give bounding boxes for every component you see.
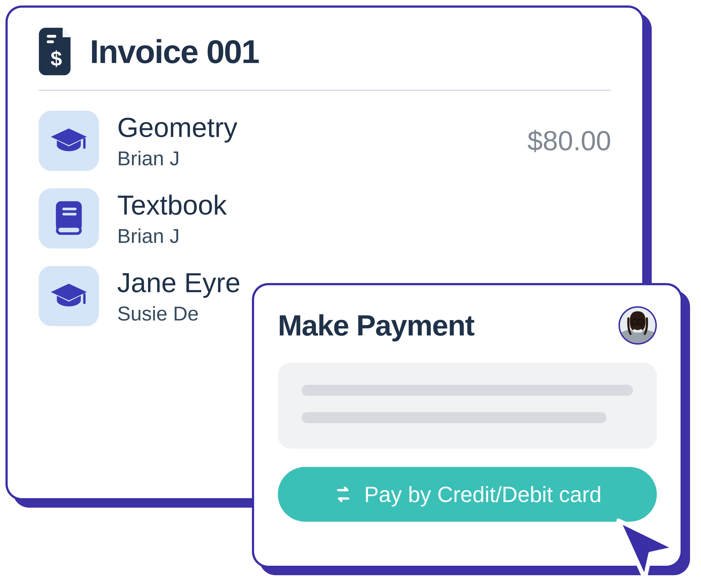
payment-card: Make Payment: [252, 283, 683, 568]
payment-header: Make Payment: [278, 306, 657, 345]
invoice-document-icon: $: [39, 28, 77, 75]
invoice-title: Invoice 001: [90, 33, 259, 70]
svg-rect-0: [47, 35, 56, 38]
swap-icon: [333, 484, 353, 505]
payment-input-box[interactable]: [278, 363, 657, 449]
item-name: Geometry: [117, 112, 509, 143]
graduation-cap-icon: [50, 126, 88, 156]
svg-rect-6: [58, 228, 79, 232]
payment-title: Make Payment: [278, 309, 474, 342]
item-icon-box: [39, 188, 99, 248]
input-placeholder-line: [301, 412, 607, 423]
line-item: Geometry Brian J $80.00: [39, 111, 611, 171]
item-name: Textbook: [117, 189, 611, 221]
svg-rect-3: [83, 138, 85, 149]
book-icon: [53, 200, 84, 237]
item-icon-box: [39, 111, 99, 171]
item-sub: Brian J: [117, 147, 509, 170]
line-item: Textbook Brian J: [39, 188, 611, 248]
svg-rect-7: [62, 208, 77, 210]
item-sub: Brian J: [117, 224, 611, 247]
svg-rect-9: [83, 293, 85, 304]
graduation-cap-icon: [50, 281, 88, 311]
avatar[interactable]: [619, 306, 657, 345]
input-placeholder-line: [301, 385, 633, 396]
item-price: $80.00: [527, 125, 611, 157]
svg-rect-1: [47, 40, 54, 43]
svg-text:$: $: [50, 47, 62, 70]
item-icon-box: [39, 266, 99, 326]
pay-button-label: Pay by Credit/Debit card: [364, 482, 602, 507]
invoice-header: $ Invoice 001: [39, 28, 611, 90]
svg-rect-8: [62, 213, 77, 215]
divider: [39, 90, 611, 90]
pay-button[interactable]: Pay by Credit/Debit card: [278, 467, 657, 522]
